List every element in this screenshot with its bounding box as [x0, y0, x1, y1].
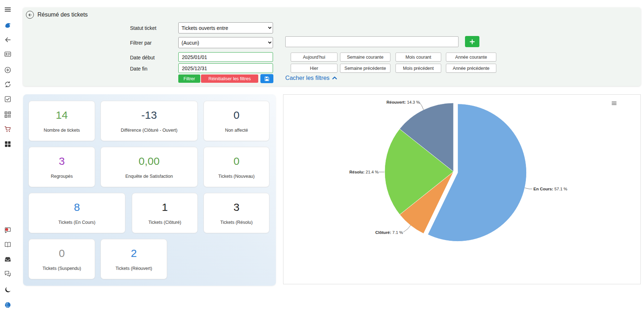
cart-icon[interactable] — [4, 125, 12, 133]
filter-value-input[interactable] — [285, 36, 459, 47]
stat-value: 0 — [204, 109, 269, 121]
stat-label: Non affecté — [204, 128, 269, 133]
task-check-icon[interactable] — [4, 95, 12, 103]
stats-panel: 14Nombre de tickets-13Différence (Clôtur… — [23, 94, 276, 286]
stat-value: 0 — [204, 155, 269, 167]
qr-code-icon[interactable] — [4, 110, 12, 118]
stat-label: Tickets (Réouvert) — [101, 266, 167, 271]
messages-icon[interactable] — [4, 270, 12, 277]
back-icon[interactable] — [4, 36, 12, 44]
pie-label-connector — [420, 103, 424, 110]
quick-filter-current-year-button[interactable]: Année courante — [446, 53, 496, 62]
date-debut-input[interactable] — [178, 52, 273, 62]
pie-chart: En Cours: 57.1 %Clôturé: 7.1 %Résolu: 21… — [283, 95, 640, 284]
stat-value: 0,00 — [101, 155, 197, 167]
add-filter-button[interactable] — [465, 36, 479, 47]
stat-card: 14Nombre de tickets — [28, 101, 95, 141]
pie-label-connector — [403, 225, 411, 232]
apps-grid-icon[interactable] — [4, 140, 12, 148]
stat-label: Tickets (Résolu) — [204, 220, 269, 225]
menu-icon[interactable] — [4, 5, 12, 13]
quick-filter-previous-week-button[interactable]: Semaine précédente — [340, 64, 390, 73]
stat-value: 0 — [29, 247, 95, 259]
stat-label: Enquête de Satisfaction — [101, 174, 197, 179]
quick-filter-previous-year-button[interactable]: Année précédente — [446, 64, 496, 73]
dark-mode-moon-icon[interactable] — [4, 286, 12, 294]
chevron-up-icon — [332, 76, 337, 80]
hide-filters-link[interactable]: Cacher les filtres — [285, 74, 337, 81]
date-fin-label: Date fin — [130, 66, 147, 72]
stat-value: 3 — [204, 201, 269, 213]
quick-row-2: HierSemaine précédenteMois précédentAnné… — [291, 64, 496, 73]
stat-card: 3Regroupés — [28, 147, 95, 187]
stat-card: 3Tickets (Résolu) — [204, 193, 269, 233]
stat-value: 8 — [29, 201, 125, 213]
stat-card: 2Tickets (Réouvert) — [100, 239, 167, 279]
chart-panel: En Cours: 57.1 %Clôturé: 7.1 %Résolu: 21… — [283, 94, 641, 284]
date-fin-input[interactable] — [178, 63, 273, 73]
chart-context-menu-button[interactable] — [610, 100, 618, 107]
stat-card: 0,00Enquête de Satisfaction — [100, 147, 198, 187]
stat-label: Nombre de tickets — [29, 128, 95, 133]
quick-filter-previous-month-button[interactable]: Mois précédent — [395, 64, 441, 73]
plus-circle-icon[interactable] — [4, 66, 12, 74]
hide-filters-label: Cacher les filtres — [285, 74, 330, 81]
date-debut-label: Date début — [130, 55, 155, 60]
filtrer-par-label: Filtrer par — [130, 40, 152, 46]
stat-card: -13Différence (Clôturé - Ouvert) — [100, 101, 198, 141]
stat-card: 0Non affecté — [204, 101, 269, 141]
stat-label: Tickets (Clôturé) — [132, 220, 197, 225]
stat-label: Tickets (En Cours) — [29, 220, 125, 225]
chat-notification-icon[interactable] — [4, 226, 12, 234]
pie-label-connector — [525, 188, 532, 189]
pie-data-label: En Cours: 57.1 % — [533, 187, 567, 191]
stat-value: 14 — [29, 109, 95, 121]
quick-filter-current-week-button[interactable]: Semaine courante — [340, 53, 390, 62]
page-title: Résumé des tickets — [37, 12, 88, 18]
pie-data-label: Résolu: 21.4 % — [349, 170, 379, 174]
stat-value: 2 — [101, 247, 167, 259]
app-logo-icon[interactable] — [4, 21, 12, 29]
stat-value: 3 — [29, 155, 95, 167]
book-icon[interactable] — [4, 240, 12, 248]
id-card-icon[interactable] — [4, 50, 12, 58]
statut-ticket-label: Statut ticket — [130, 25, 156, 31]
back-button[interactable] — [26, 11, 34, 19]
reset-filters-button[interactable]: Réinitialiser les filtres — [201, 74, 258, 83]
quick-filter-current-month-button[interactable]: Mois courant — [395, 53, 441, 62]
stat-card: 0Tickets (Suspendu) — [28, 239, 95, 279]
filtrer-button[interactable]: Filtrer — [178, 74, 200, 83]
stat-card: 0Tickets (Nouveau) — [204, 147, 269, 187]
pie-data-label: Clôturé: 7.1 % — [375, 230, 403, 235]
sync-icon[interactable] — [4, 80, 12, 88]
sidebar — [0, 0, 15, 312]
plus-icon — [469, 39, 475, 45]
filtrer-par-select[interactable]: (Aucun) — [178, 37, 273, 48]
statut-ticket-select[interactable]: Tickets ouverts entre — [178, 22, 273, 33]
filter-panel: Résumé des tickets Statut ticket Tickets… — [23, 8, 641, 86]
pie-data-label: Réouvert: 14.3 % — [386, 100, 420, 104]
stat-label: Tickets (Nouveau) — [204, 174, 269, 179]
stat-label: Différence (Clôturé - Ouvert) — [101, 128, 197, 133]
stat-label: Tickets (Suspendu) — [29, 266, 95, 271]
quick-filter-today-button[interactable]: Aujourd'hui — [291, 53, 337, 62]
stat-label: Regroupés — [29, 174, 95, 179]
back-arrow-icon — [28, 13, 32, 17]
quick-filter-yesterday-button[interactable]: Hier — [291, 64, 337, 73]
stat-value: 1 — [132, 201, 197, 213]
chart-menu-icon — [611, 100, 617, 107]
stat-card: 1Tickets (Clôturé) — [132, 193, 198, 233]
stat-card: 8Tickets (En Cours) — [28, 193, 125, 233]
globe-icon[interactable] — [4, 301, 12, 309]
save-filter-button[interactable] — [260, 74, 273, 83]
stat-value: -13 — [101, 109, 197, 121]
inbox-icon[interactable] — [4, 255, 12, 263]
save-floppy-icon — [264, 76, 270, 82]
quick-row-1: Aujourd'huiSemaine couranteMois courantA… — [291, 53, 496, 62]
